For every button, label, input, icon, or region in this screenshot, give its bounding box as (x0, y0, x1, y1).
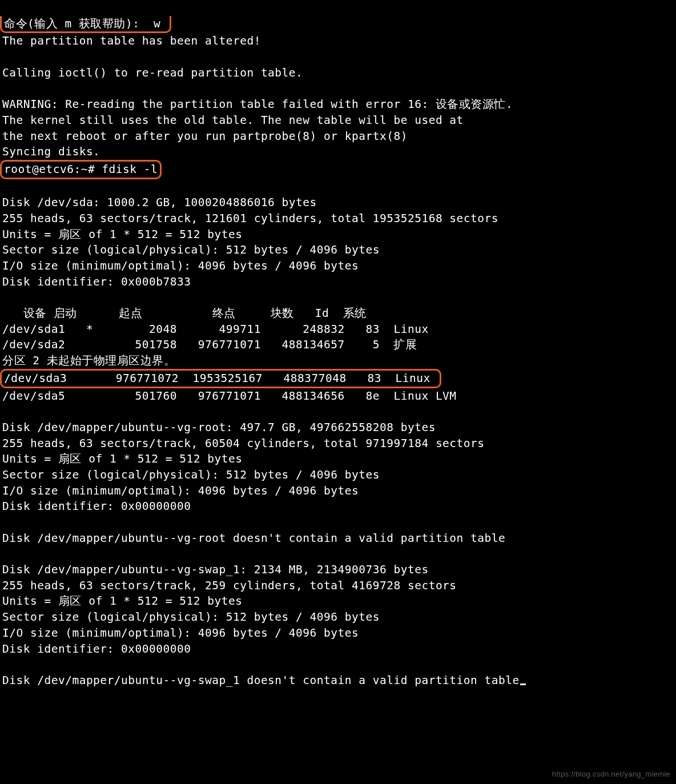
disk-vgroot-geometry: 255 heads, 63 sectors/track, 60504 cylin… (2, 437, 485, 450)
disk-swap-units: Units = 扇区 of 1 * 512 = 512 bytes (2, 594, 242, 608)
output-warning-1: WARNING: Re-reading the partition table … (2, 98, 513, 111)
output-altered: The partition table has been altered! (2, 34, 261, 47)
disk-sda-identifier: Disk identifier: 0x000b7833 (2, 275, 191, 288)
disk-swap-sector-size: Sector size (logical/physical): 512 byte… (2, 610, 380, 624)
disk-vgroot-error: Disk /dev/mapper/ubuntu--vg-root doesn't… (2, 532, 505, 545)
disk-sda-units: Units = 扇区 of 1 * 512 = 512 bytes (2, 228, 242, 241)
partition-physical-note: 分区 2 未起始于物理扇区边界。 (2, 354, 175, 367)
disk-vgroot-io-size: I/O size (minimum/optimal): 4096 bytes /… (2, 484, 359, 497)
disk-vgroot-units: Units = 扇区 of 1 * 512 = 512 bytes (2, 452, 242, 465)
output-ioctl: Calling ioctl() to re-read partition tab… (2, 66, 303, 79)
disk-sda-header: Disk /dev/sda: 1000.2 GB, 1000204886016 … (2, 196, 317, 209)
terminal-window[interactable]: 命令(输入 m 获取帮助): w The partition table has… (0, 0, 676, 784)
disk-vgroot-sector-size: Sector size (logical/physical): 512 byte… (2, 468, 380, 481)
output-syncing: Syncing disks. (2, 145, 100, 158)
disk-swap-error: Disk /dev/mapper/ubuntu--vg-swap_1 doesn… (2, 674, 520, 687)
disk-swap-io-size: I/O size (minimum/optimal): 4096 bytes /… (2, 626, 359, 640)
output-warning-3: the next reboot or after you run partpro… (2, 130, 408, 143)
partition-row-sda3: /dev/sda3 976771072 1953525167 488377048… (0, 369, 441, 388)
output-warning-2: The kernel still uses the old table. The… (2, 114, 464, 127)
terminal-cursor (520, 684, 526, 685)
partition-table-header: 设备 启动 起点 终点 块数 Id 系统 (2, 307, 367, 320)
disk-vgroot-identifier: Disk identifier: 0x00000000 (2, 500, 191, 513)
fdisk-command-input: 命令(输入 m 获取帮助): w (0, 16, 171, 34)
partition-row-sda2: /dev/sda2 501758 976771071 488134657 5 扩… (2, 338, 417, 351)
disk-sda-geometry: 255 heads, 63 sectors/track, 121601 cyli… (2, 212, 498, 225)
partition-row-sda1: /dev/sda1 * 2048 499711 248832 83 Linux (2, 323, 429, 336)
disk-swap-identifier: Disk identifier: 0x00000000 (2, 642, 191, 656)
shell-prompt-fdisk: root@etcv6:~# fdisk -l (0, 160, 162, 179)
disk-swap-geometry: 255 heads, 63 sectors/track, 259 cylinde… (2, 579, 457, 592)
disk-vgroot-header: Disk /dev/mapper/ubuntu--vg-root: 497.7 … (2, 421, 436, 434)
partition-row-sda5: /dev/sda5 501760 976771071 488134656 8e … (2, 389, 457, 403)
disk-sda-io-size: I/O size (minimum/optimal): 4096 bytes /… (2, 259, 359, 272)
watermark-text: https://blog.csdn.net/yang_miemie (552, 769, 670, 779)
disk-sda-sector-size: Sector size (logical/physical): 512 byte… (2, 243, 380, 256)
disk-swap-header: Disk /dev/mapper/ubuntu--vg-swap_1: 2134… (2, 563, 429, 576)
